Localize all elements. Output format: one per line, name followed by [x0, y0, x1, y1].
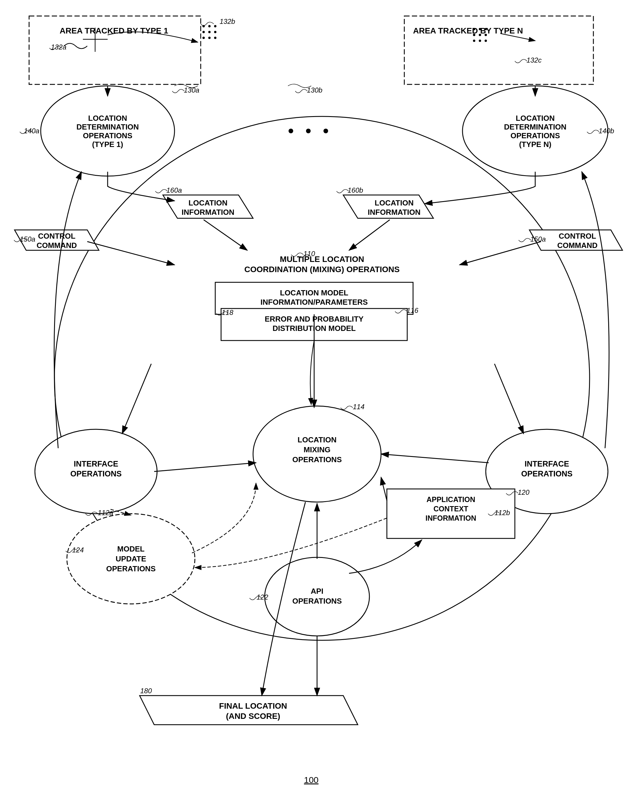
- ref-130b: 130b: [307, 86, 322, 94]
- model-update-line1: MODEL: [117, 545, 145, 553]
- svg-point-10: [208, 31, 211, 33]
- ref-112b: 112b: [495, 509, 510, 517]
- svg-text:132b: 132b: [219, 17, 235, 25]
- fig-number: 100: [304, 775, 318, 785]
- error-prob-line2: DISTRIBUTION MODEL: [273, 324, 356, 333]
- model-update-line3: OPERATIONS: [106, 564, 155, 573]
- ref-120: 120: [518, 488, 530, 496]
- ref-150a-right: 150a: [530, 235, 546, 243]
- ctrl-cmd-right-line2: COMMAND: [557, 241, 598, 250]
- svg-point-24: [485, 40, 487, 42]
- area-type1-label: AREA TRACKED BY TYPE 1: [59, 26, 168, 35]
- ref-124: 124: [72, 546, 84, 554]
- loc-model-line2: INFORMATION/PARAMETERS: [260, 298, 368, 307]
- error-prob-line1: ERROR AND PROBABILITY: [265, 314, 364, 324]
- ctrl-cmd-left-line1: CONTROL: [38, 232, 76, 240]
- svg-point-28: [289, 129, 293, 133]
- loc-det-typeN-line4: (TYPE N): [519, 140, 551, 149]
- final-loc-line1: FINAL LOCATION: [219, 701, 287, 710]
- ref-150a-left: 150a: [20, 235, 35, 243]
- diagram: 132b: [0, 0, 644, 812]
- model-update-line2: UPDATE: [116, 554, 146, 563]
- svg-point-39: [253, 406, 381, 502]
- interface-ops-right-line2: OPERATIONS: [521, 469, 573, 478]
- loc-det-type1-line2: DETERMINATION: [76, 122, 139, 131]
- app-context-line3: INFORMATION: [426, 514, 477, 522]
- ref-160b: 160b: [348, 186, 363, 194]
- loc-mixing-line1: LOCATION: [298, 435, 336, 444]
- loc-det-type1-line4: (TYPE 1): [92, 140, 123, 149]
- app-context-line1: APPLICATION: [426, 495, 475, 504]
- mixing-ops-line2: COORDINATION (MIXING) OPERATIONS: [244, 265, 400, 274]
- ref-116: 116: [406, 307, 419, 314]
- app-context-line2: CONTEXT: [433, 505, 468, 513]
- svg-point-29: [306, 129, 311, 133]
- svg-point-22: [473, 40, 475, 42]
- svg-point-9: [202, 31, 205, 33]
- interface-ops-right-line1: INTERFACE: [524, 459, 569, 468]
- ref-132c: 132c: [527, 56, 542, 64]
- api-ops-line1: API: [311, 587, 323, 595]
- svg-point-11: [214, 31, 216, 33]
- api-ops-line2: OPERATIONS: [292, 597, 342, 605]
- loc-det-typeN-line3: OPERATIONS: [510, 131, 560, 140]
- svg-point-14: [214, 37, 216, 39]
- ref-122: 122: [257, 593, 268, 601]
- loc-info-right-line1: LOCATION: [375, 198, 414, 207]
- ctrl-cmd-right-line1: CONTROL: [559, 232, 596, 240]
- ref-180: 180: [140, 687, 152, 695]
- ctrl-cmd-left-line2: COMMAND: [37, 241, 77, 250]
- loc-mixing-line2: MIXING: [304, 445, 330, 454]
- svg-point-8: [214, 25, 216, 27]
- area-typeN-label: AREA TRACKED BY TYPE N: [413, 26, 523, 35]
- ref-140b: 140b: [598, 127, 614, 135]
- ref-160a: 160a: [166, 186, 182, 194]
- ref-112a: 112a: [98, 509, 113, 517]
- final-loc-line2: (AND SCORE): [226, 711, 280, 720]
- svg-point-23: [479, 40, 481, 42]
- ref-110: 110: [303, 250, 315, 258]
- loc-info-right-line2: INFORMATION: [368, 208, 420, 217]
- loc-mixing-line3: OPERATIONS: [292, 455, 342, 464]
- loc-info-left-line1: LOCATION: [189, 198, 227, 207]
- svg-point-13: [208, 37, 211, 39]
- loc-info-left-line2: INFORMATION: [181, 208, 234, 217]
- svg-point-30: [323, 129, 328, 133]
- loc-det-typeN-line2: DETERMINATION: [504, 122, 566, 131]
- ref-140a: 140a: [24, 127, 39, 135]
- loc-model-line1: LOCATION MODEL: [280, 288, 349, 297]
- ref-130a: 130a: [184, 86, 199, 94]
- loc-det-type1-line1: LOCATION: [88, 114, 127, 122]
- interface-ops-left-line1: INTERFACE: [74, 459, 118, 468]
- interface-ops-left-line2: OPERATIONS: [70, 469, 122, 478]
- loc-det-typeN-line1: LOCATION: [516, 114, 555, 122]
- loc-det-type1-line3: OPERATIONS: [83, 131, 132, 140]
- svg-point-12: [202, 37, 205, 39]
- svg-point-7: [208, 25, 211, 27]
- ref-114: 114: [353, 403, 364, 411]
